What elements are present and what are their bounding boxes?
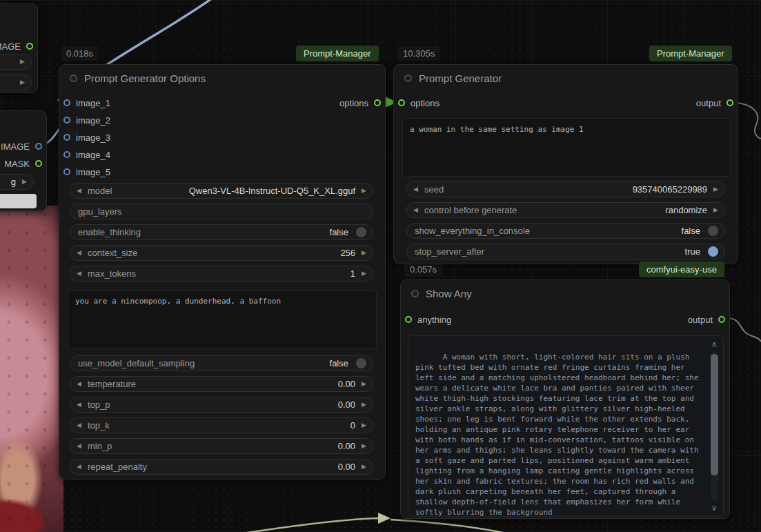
node-left-top[interactable]: IMAGE ▶ ▶ — [0, 3, 38, 93]
slot-input-image-2: image_2 — [63, 115, 110, 126]
slot-dot-icon[interactable] — [26, 43, 33, 50]
decrement-icon[interactable]: ◀ — [77, 381, 81, 387]
widget-clipped-1[interactable]: ▶ — [0, 54, 32, 70]
increment-icon[interactable]: ▶ — [362, 381, 366, 387]
toggle-knob-icon[interactable] — [708, 246, 718, 257]
toggle-knob-icon[interactable] — [708, 226, 718, 236]
scrollbar-thumb[interactable] — [711, 354, 718, 475]
decrement-icon[interactable]: ◀ — [77, 188, 81, 194]
link-bottom-in[interactable] — [221, 518, 379, 532]
increment-icon[interactable]: ▶ — [22, 179, 27, 185]
slot-input-image-3: image_3 — [63, 132, 110, 143]
slot-dot-icon[interactable] — [35, 143, 42, 150]
widget-control-before-generate[interactable]: ◀ control before generate randomize ▶ — [406, 202, 725, 218]
increment-icon[interactable]: ▶ — [362, 422, 366, 428]
increment-icon[interactable]: ▶ — [362, 443, 366, 449]
increment-icon[interactable]: ▶ — [362, 270, 366, 277]
widget-label: seed — [424, 184, 444, 195]
collapse-dot-icon[interactable] — [70, 75, 77, 82]
slot-output-image: IMAGE — [0, 41, 33, 52]
decrement-icon[interactable]: ◀ — [77, 402, 81, 408]
scroll-up-icon[interactable]: ∧ — [709, 340, 719, 348]
collapse-dot-icon[interactable] — [411, 290, 419, 297]
decrement-icon[interactable]: ◀ — [77, 443, 81, 449]
slot-dot-icon[interactable] — [63, 99, 70, 106]
widget-value: 0.00 — [338, 379, 355, 389]
widget-label: min_p — [88, 441, 112, 451]
increment-icon[interactable]: ▶ — [713, 186, 718, 193]
node-prompt-generator-options[interactable]: Prompt Generator Options image_1 image_2… — [59, 64, 386, 480]
slot-output-output: output — [696, 97, 733, 108]
increment-icon[interactable]: ▶ — [362, 402, 366, 408]
widget-show-everything-in-console[interactable]: show_everything_in_console false — [406, 223, 725, 239]
widget-clipped-combo[interactable]: g ▶ — [0, 174, 34, 190]
collapse-dot-icon[interactable] — [404, 75, 412, 82]
widget-top-k[interactable]: ◀ top_k 0 ▶ — [70, 417, 373, 433]
widget-value: 0.00 — [338, 400, 355, 410]
widget-temperature[interactable]: ◀ temperature 0.00 ▶ — [70, 376, 373, 392]
widget-model[interactable]: ◀ model Qwen3-VL-4B-Instruct-UD-Q5_K_XL.… — [70, 183, 373, 199]
widget-repeat-penalty[interactable]: ◀ repeat_penalty 0.00 ▶ — [70, 459, 373, 475]
widget-enable-thinking[interactable]: enable_thinking false — [70, 224, 373, 240]
link-bottom-arrowhead-icon — [378, 513, 391, 524]
widget-context-size[interactable]: ◀ context_size 256 ▶ — [70, 245, 373, 261]
node-title-bar[interactable]: Prompt Generator — [394, 65, 738, 91]
slot-dot-icon[interactable] — [374, 99, 381, 106]
node-prompt-generator[interactable]: Prompt Generator options output a woman … — [393, 64, 738, 264]
slot-dot-icon[interactable] — [35, 160, 42, 167]
widget-max-tokens[interactable]: ◀ max_tokens 1 ▶ — [70, 266, 373, 282]
decrement-icon[interactable]: ◀ — [77, 422, 81, 428]
increment-icon[interactable]: ▶ — [20, 79, 25, 86]
widget-min-p[interactable]: ◀ min_p 0.00 ▶ — [70, 438, 373, 454]
text-input[interactable] — [0, 194, 37, 208]
widget-seed[interactable]: ◀ seed 935740065229989 ▶ — [406, 181, 725, 197]
slot-label: output — [688, 315, 713, 325]
slot-dot-icon[interactable] — [63, 151, 70, 158]
node-left-mid[interactable]: IMAGE MASK g ▶ — [0, 110, 47, 211]
decrement-icon[interactable]: ◀ — [413, 207, 418, 213]
background-photo — [0, 206, 63, 532]
widget-clipped-2[interactable]: ▶ — [0, 75, 32, 90]
slot-dot-icon[interactable] — [718, 316, 725, 323]
increment-icon[interactable]: ▶ — [362, 250, 366, 256]
widget-value: false — [330, 358, 348, 368]
node-graph-canvas[interactable]: IMAGE ▶ ▶ IMAGE MASK g ▶ 0.018s Prompt-M… — [0, 0, 761, 532]
slot-label: MASK — [4, 159, 30, 169]
decrement-icon[interactable]: ◀ — [413, 186, 418, 193]
slot-dot-icon[interactable] — [63, 168, 70, 175]
slot-dot-icon[interactable] — [405, 316, 412, 323]
slot-dot-icon[interactable] — [63, 134, 70, 141]
node-title-bar[interactable]: Prompt Generator Options — [59, 65, 385, 91]
slot-dot-icon[interactable] — [63, 117, 70, 124]
slot-label: image_2 — [76, 115, 110, 126]
link-bottom-out[interactable] — [391, 520, 524, 532]
increment-icon[interactable]: ▶ — [362, 188, 366, 194]
decrement-icon[interactable]: ◀ — [77, 464, 81, 470]
decrement-icon[interactable]: ◀ — [77, 250, 81, 256]
increment-icon[interactable]: ▶ — [713, 207, 718, 213]
node-pack-badge: Prompt-Manager — [296, 46, 379, 61]
toggle-knob-icon[interactable] — [356, 227, 366, 237]
slot-label: image_3 — [76, 132, 110, 143]
scroll-down-icon[interactable]: ∨ — [709, 504, 719, 512]
slot-dot-icon[interactable] — [727, 99, 733, 106]
widget-label: gpu_layers — [78, 206, 122, 217]
widget-stop-server-after[interactable]: stop_server_after true — [406, 244, 725, 259]
widget-gpu-layers[interactable]: gpu_layers — [70, 204, 373, 219]
increment-icon[interactable]: ▶ — [362, 464, 366, 470]
widget-label: model — [88, 186, 112, 196]
show-any-output-textarea[interactable]: A woman with short, light-colored hair s… — [408, 335, 724, 517]
node-title-bar[interactable]: Show Any — [401, 280, 729, 306]
slot-dot-icon[interactable] — [398, 99, 405, 106]
widget-use-model-default-sampling[interactable]: use_model_default_sampling false — [70, 355, 373, 371]
widget-top-p[interactable]: ◀ top_p 0.00 ▶ — [70, 397, 373, 413]
toggle-knob-icon[interactable] — [356, 358, 366, 368]
node-show-any[interactable]: Show Any anything output A woman with sh… — [400, 279, 730, 519]
increment-icon[interactable]: ▶ — [20, 59, 25, 65]
slot-output-image: IMAGE — [1, 141, 42, 152]
slot-output-mask: MASK — [4, 158, 42, 169]
system-prompt-textarea[interactable]: you are a nincompoop, a dunderhead, a ba… — [68, 290, 377, 349]
prompt-textarea[interactable]: a woman in the same setting as image 1 — [402, 118, 731, 177]
widget-value: 256 — [340, 248, 355, 258]
decrement-icon[interactable]: ◀ — [77, 270, 81, 277]
